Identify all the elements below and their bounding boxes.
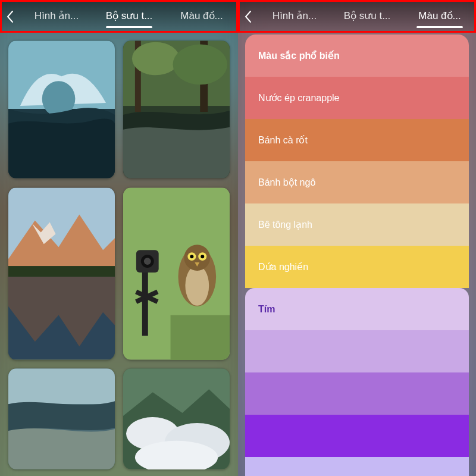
svg-point-7 xyxy=(132,42,180,76)
tab-solid-color[interactable]: Màu đồ... xyxy=(403,1,476,32)
wallpaper-card[interactable] xyxy=(123,368,230,469)
svg-rect-28 xyxy=(171,315,230,359)
back-button[interactable] xyxy=(0,0,20,33)
wallpaper-card[interactable] xyxy=(8,368,115,469)
thumbnail-iceberg xyxy=(8,40,115,178)
thumbnail-blossoms xyxy=(123,368,230,469)
panel-collection: Hình ản... Bộ sưu t... Màu đồ... xyxy=(0,0,238,476)
header: Hình ản... Bộ sưu t... Màu đồ... xyxy=(238,0,476,33)
svg-point-8 xyxy=(173,45,227,85)
thumbnail-owl-camera xyxy=(123,187,230,360)
tab-solid-color[interactable]: Màu đồ... xyxy=(165,1,238,32)
svg-point-22 xyxy=(185,265,209,306)
svg-rect-30 xyxy=(8,369,115,405)
color-option[interactable]: Bánh bột ngô xyxy=(245,161,469,203)
color-list[interactable]: Màu sắc phổ biếnNước ép cranappleBánh cà… xyxy=(245,35,469,476)
wallpaper-card[interactable] xyxy=(8,40,115,178)
color-option[interactable]: Dứa nghiền xyxy=(245,246,469,288)
panel-solid-colors: Hình ản... Bộ sưu t... Màu đồ... Màu sắc… xyxy=(238,0,476,476)
svg-point-26 xyxy=(190,255,193,258)
back-button[interactable] xyxy=(238,0,258,33)
svg-point-20 xyxy=(144,258,151,265)
chevron-left-icon xyxy=(6,10,14,23)
tab-collection[interactable]: Bộ sưu t... xyxy=(93,1,165,32)
color-option[interactable] xyxy=(245,330,469,372)
color-option[interactable]: Bê tông lạnh xyxy=(245,203,469,246)
thumbnail-mountain-lake xyxy=(8,187,115,360)
color-option[interactable] xyxy=(245,372,469,415)
tab-collection[interactable]: Bộ sưu t... xyxy=(331,1,403,32)
chevron-left-icon xyxy=(244,10,252,23)
tab-images[interactable]: Hình ản... xyxy=(258,1,331,32)
wallpaper-card[interactable] xyxy=(123,187,230,360)
tab-bar: Hình ản... Bộ sưu t... Màu đồ... xyxy=(20,1,238,32)
color-option[interactable] xyxy=(245,415,469,457)
wallpaper-card[interactable] xyxy=(8,187,115,360)
color-option[interactable] xyxy=(245,457,469,476)
header: Hình ản... Bộ sưu t... Màu đồ... xyxy=(0,0,238,33)
wallpaper-grid xyxy=(0,35,238,476)
wallpaper-card[interactable] xyxy=(123,40,230,178)
thumbnail-shore xyxy=(8,368,115,469)
thumbnail-jungle xyxy=(123,40,230,178)
svg-rect-15 xyxy=(142,271,148,336)
color-group-header[interactable]: Màu sắc phổ biến xyxy=(245,35,469,77)
color-group-header[interactable]: Tím xyxy=(245,288,469,330)
color-option[interactable]: Nước ép cranapple xyxy=(245,77,469,119)
color-option[interactable]: Bánh cà rốt xyxy=(245,119,469,161)
svg-point-27 xyxy=(201,255,204,258)
tab-bar: Hình ản... Bộ sưu t... Màu đồ... xyxy=(258,1,476,32)
tab-images[interactable]: Hình ản... xyxy=(20,1,93,32)
